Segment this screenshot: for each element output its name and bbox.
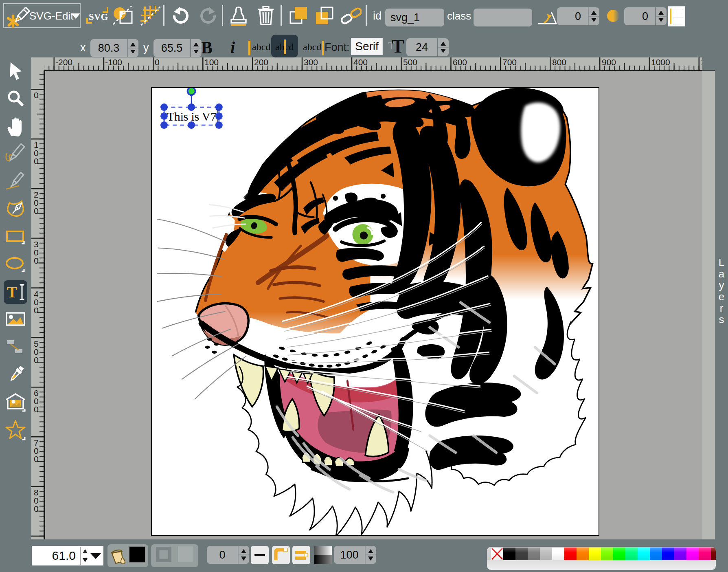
- svg-text:300: 300: [304, 57, 318, 67]
- svg-text:500: 500: [403, 57, 417, 67]
- svg-text:0: 0: [34, 90, 39, 100]
- svg-text:800: 800: [552, 57, 566, 67]
- svg-text:1100: 1100: [701, 57, 702, 67]
- svg-text:0: 0: [34, 206, 39, 216]
- svg-text:0: 0: [34, 405, 39, 414]
- svg-text:1000: 1000: [651, 57, 670, 67]
- svg-text:0: 0: [34, 156, 39, 166]
- svg-text:200: 200: [254, 57, 268, 67]
- svg-text:0: 0: [34, 306, 39, 315]
- svg-text:0: 0: [34, 504, 39, 513]
- svg-text:600: 600: [453, 57, 467, 67]
- svg-text:400: 400: [353, 57, 368, 67]
- svg-text:0: 0: [34, 454, 39, 464]
- svg-text:100: 100: [204, 57, 219, 67]
- svg-text:This is V7: This is V7: [167, 110, 216, 123]
- svg-text:0: 0: [34, 256, 39, 265]
- svg-text:700: 700: [502, 57, 517, 67]
- svg-text:SVG: SVG: [89, 12, 108, 22]
- svg-text:T: T: [7, 284, 17, 301]
- svg-text:900: 900: [602, 57, 616, 67]
- svg-text:-200: -200: [55, 57, 72, 67]
- svg-text:0: 0: [34, 355, 39, 365]
- svg-text:0: 0: [155, 57, 160, 67]
- svg-text:-100: -100: [105, 57, 122, 67]
